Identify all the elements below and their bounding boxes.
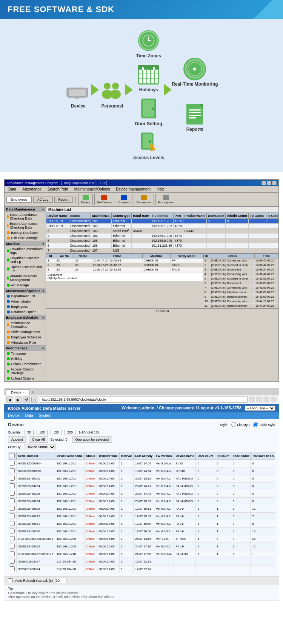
menu-help[interactable]: Help (154, 186, 168, 192)
win-controls[interactable]: _ □ × (261, 181, 277, 185)
table-row[interactable]: 3929182460140192.168.1.201Offline00:00:1… (8, 528, 275, 535)
back-btn[interactable]: ◀ (6, 397, 13, 403)
interval-input[interactable] (55, 578, 66, 583)
row-checkbox[interactable] (10, 566, 15, 571)
table-row[interactable]: 3399201800324217.65.194.88Offline00:00:1… (8, 566, 275, 573)
table-row[interactable]: 5Disconnected105Ethernet192.168.0.205437… (46, 238, 279, 243)
close-btn[interactable]: × (272, 181, 277, 185)
table-row[interactable]: 3929182460122192.168.1.209Offline00:00:1… (8, 543, 275, 550)
sidebar-ac[interactable]: AC Manage (5, 283, 46, 288)
table-style-radio[interactable] (253, 422, 258, 427)
list-item[interactable]: 5[CHECK IN] Succeed in conn16:35:51 07:2… (204, 277, 278, 281)
url-bar[interactable] (40, 397, 248, 403)
sidebar-admin[interactable]: Administrator (5, 299, 46, 304)
table-row[interactable]: OGT70800670731001176192.168.1.210Offline… (8, 550, 275, 558)
list-item[interactable]: 2[CHECK IN] Succeed in conn16:08:41 07:2… (204, 263, 278, 267)
filter-select[interactable]: Device Status (24, 444, 55, 450)
tb-exit-btn[interactable]: Exit system (155, 194, 176, 205)
sidebar-export[interactable]: Export Attendance Checking Data (5, 221, 46, 230)
table-row[interactable]: 52031820600081192.168.1.201Offline00:00:… (8, 467, 275, 475)
new-tab-btn[interactable]: + (29, 389, 36, 395)
row-checkbox[interactable] (10, 461, 15, 466)
tab-employees[interactable]: Employees (6, 197, 32, 203)
menu-data[interactable]: Data (5, 186, 19, 192)
row-checkbox[interactable] (10, 491, 15, 496)
row-checkbox[interactable] (10, 544, 15, 549)
row-checkbox[interactable] (10, 536, 15, 541)
list-item[interactable]: 11[CHECK IN] failed in connect16:44:24 0… (204, 304, 278, 308)
nav-data[interactable]: Data (25, 413, 33, 418)
qty-50[interactable]: 50 (25, 430, 34, 435)
nav-device[interactable]: Device (8, 413, 20, 418)
table-row[interactable]: 3399201805327217.65.194.88Offline00:00:1… (8, 558, 275, 566)
row-checkbox[interactable] (10, 506, 15, 511)
table-row[interactable]: 3929182490189192.168.1.201Offline00:00:1… (8, 505, 275, 513)
sidebar-photo[interactable]: Attendance Photo Management (5, 274, 46, 283)
table-row[interactable]: 3929182490258192.168.1.201Offline00:00:1… (8, 490, 275, 498)
table-row[interactable]: 66691825000304192.168.1.201Offline00:00:… (8, 460, 275, 467)
row-checkbox[interactable] (10, 483, 15, 488)
table-row[interactable]: OGT70400570413000081192.168.1.205Offline… (8, 535, 275, 543)
table-row[interactable]: 3929182490224192.168.1.201Offline00:00:1… (8, 498, 275, 505)
row-checkbox[interactable] (10, 468, 15, 473)
row-checkbox[interactable] (10, 513, 15, 518)
tab-report[interactable]: Report (54, 197, 73, 203)
tb-del-btn[interactable]: Del Device (94, 194, 114, 205)
clear-all-btn[interactable]: Clear All (29, 437, 48, 443)
table-style-label[interactable]: Table style (253, 422, 275, 427)
menu-attendance[interactable]: Attendance (19, 186, 45, 192)
table-row[interactable]: 3929182460161192.168.1.201Offline00:00:1… (8, 520, 275, 528)
list-item[interactable]: 4[CHECK IN] Connecting with16:35:44 07:2… (204, 272, 278, 277)
row-checkbox[interactable] (10, 559, 15, 564)
sidebar-maint-title[interactable]: Maintenance/Options « (5, 288, 46, 294)
sidebar-upload[interactable]: Upload Options (5, 376, 46, 381)
sidebar-machine-title[interactable]: Machine « (5, 241, 46, 246)
row-checkbox[interactable] (10, 551, 15, 556)
menu-search[interactable]: Search/Print (45, 186, 71, 192)
list-style-label[interactable]: List style (231, 422, 250, 427)
sidebar-data-title[interactable]: Data Maintenance « (5, 207, 46, 212)
list-item[interactable]: 8[CHECK IN] failed in connect16:42:03 07… (204, 290, 278, 295)
op-selected-btn[interactable]: Operation for selected (72, 437, 112, 443)
forward-btn[interactable]: ▶ (15, 397, 22, 403)
list-item[interactable]: 10[CHECK IN] Connecting with16:44:10 07:… (204, 299, 278, 304)
list-item[interactable]: 6[CHECK IN] Disconnect16:39:03 07:25 (204, 281, 278, 286)
auto-refresh-check[interactable] (8, 578, 13, 583)
sidebar-timetables[interactable]: Maintenance Timetables (5, 320, 46, 329)
sidebar-emp-sched[interactable]: Employee Schedule (5, 335, 46, 340)
sidebar-att-rule[interactable]: Attendance Rule (5, 340, 46, 345)
list-item[interactable]: 223232018-07-25 16:42:32CHECK INFACE (46, 263, 203, 267)
list-item[interactable]: 3[CHECK IN] Disconnect16:09:24 07:25 (204, 267, 278, 272)
table-row[interactable]: 3Disconnected103Serial Port/38400COM2 (46, 229, 279, 234)
row-checkbox[interactable] (10, 529, 15, 533)
sidebar-ul-user[interactable]: Upload user info and FP (5, 264, 46, 274)
menu-device[interactable]: Device management (113, 186, 154, 192)
sidebar-usb[interactable]: Usb Disk Manage (5, 235, 46, 241)
qty-150[interactable]: 150 (51, 430, 62, 435)
table-row[interactable]: 3929182490264192.168.1.201Offline00:00:1… (8, 483, 275, 490)
list-item[interactable]: 1[CHECK IN] Connecting with16:08:40 07:2… (204, 258, 278, 263)
sidebar-door-title[interactable]: door manage « (5, 346, 46, 351)
row-checkbox[interactable] (10, 498, 15, 503)
sidebar-dl-att[interactable]: Download attendance logs (5, 246, 46, 255)
sidebar-holiday[interactable]: Holiday (5, 356, 46, 361)
nav-system[interactable]: System (39, 413, 51, 418)
tb-disconnect-btn[interactable]: Disconnect (134, 194, 154, 205)
tab-aclog[interactable]: AC Log (33, 197, 53, 203)
list-item[interactable]: 323232018-07-25 16:42:36CHECK INFACE (46, 267, 203, 272)
sidebar-backup[interactable]: Backup Database (5, 230, 46, 235)
sidebar-timezone[interactable]: Timezone (5, 351, 46, 356)
sidebar-schedule-title[interactable]: Employee Schedule « (5, 315, 46, 320)
sidebar-access[interactable]: Access Control Privilege (5, 367, 46, 376)
list-item[interactable]: 7[CHECK IN] Connecting with16:41:55 07:2… (204, 286, 278, 290)
row-checkbox[interactable] (10, 521, 15, 526)
row-checkbox[interactable] (10, 476, 15, 481)
table-row[interactable]: 4Disconnected104Ethernet192.168.1.205437… (46, 234, 279, 238)
minimize-btn[interactable]: _ (261, 181, 266, 185)
sidebar-employees[interactable]: Employees (5, 304, 46, 309)
table-row[interactable]: CHECK INDisconnected108Ethernet192.168.1… (46, 219, 279, 224)
sidebar-import[interactable]: Import Attendance Checking Data (5, 212, 46, 221)
home-btn[interactable]: ⌂ (31, 397, 38, 403)
tb-device-btn[interactable]: Device (78, 194, 93, 205)
lang-select[interactable]: -- Language -- (245, 406, 275, 411)
